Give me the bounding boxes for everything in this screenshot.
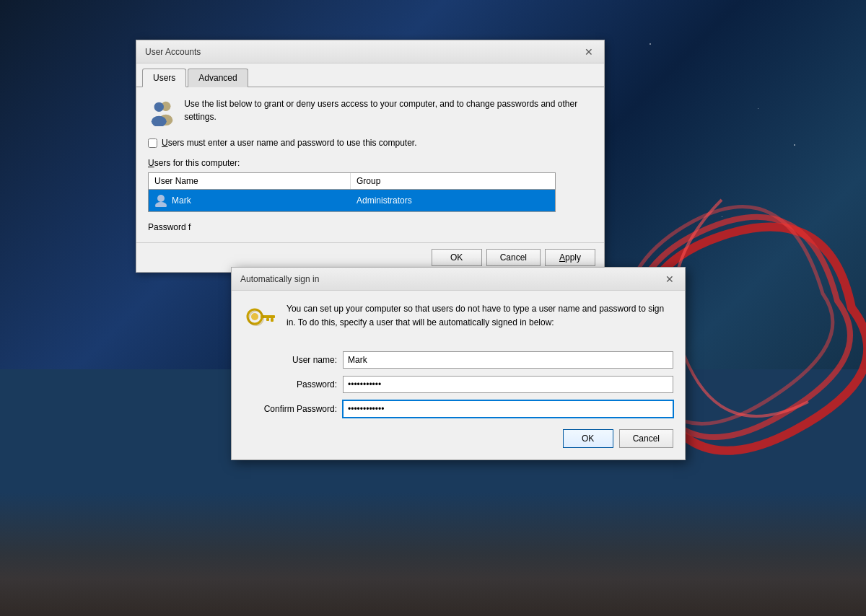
auto-signin-content: You can set up your computer so that use… [232,291,685,459]
password-label-partial: Password f [148,222,191,232]
password-input[interactable] [343,376,673,393]
ok-button-accounts[interactable]: OK [432,249,482,266]
auto-signin-info-row: You can set up your computer so that use… [243,302,673,337]
auto-signin-cancel-button[interactable]: Cancel [619,429,673,448]
auto-signin-ok-button[interactable]: OK [563,429,613,448]
require-password-label: Users must enter a user name and passwor… [162,138,417,148]
auto-signin-dialog: Automatically sign in ✕ You can set up y… [231,267,686,460]
password-section: Password f [148,222,592,232]
username-input[interactable] [343,351,673,369]
user-accounts-title: User Accounts [145,47,201,57]
auto-signin-title: Automatically sign in [240,274,319,284]
user-accounts-close-button[interactable]: ✕ [582,45,595,58]
auto-signin-buttons: OK Cancel [243,429,673,448]
user-row-icon [154,194,167,207]
users-icon [148,97,175,126]
password-form-row: Password: [243,376,673,393]
cell-group: Administrators [351,193,555,208]
require-password-checkbox-row: Users must enter a user name and passwor… [148,138,592,148]
user-accounts-content: Use the list below to grant or deny user… [136,87,604,242]
confirm-password-input[interactable] [343,400,673,418]
password-form-label: Password: [243,379,337,390]
svg-point-4 [157,195,165,202]
table-row[interactable]: Mark Administrators [149,190,555,211]
auto-signin-titlebar: Automatically sign in ✕ [232,268,685,291]
svg-rect-9 [271,318,274,322]
svg-point-2 [154,102,164,112]
tab-users[interactable]: Users [142,69,186,87]
table-header: User Name Group [149,173,555,190]
users-section-label: Users for this computer: [148,158,592,168]
user-accounts-dialog: User Accounts ✕ Users Advanced Use the l… [136,40,605,273]
tab-advanced[interactable]: Advanced [188,69,248,87]
header-group: Group [351,173,555,189]
username-form-row: User name: [243,351,673,369]
star-3 [650,43,651,45]
apply-button-accounts[interactable]: AApplypply [545,249,595,266]
confirm-password-form-row: Confirm Password: [243,400,673,418]
bg-water [0,493,866,616]
cancel-button-accounts[interactable]: Cancel [486,249,541,266]
svg-rect-10 [266,318,269,321]
info-row: Use the list below to grant or deny user… [148,97,592,126]
username-form-label: User name: [243,355,337,365]
header-username: User Name [149,173,351,189]
auto-signin-close-button[interactable]: ✕ [663,273,676,286]
auto-signin-info-text: You can set up your computer so that use… [287,302,673,337]
users-table: User Name Group Mark Administrators [148,172,556,212]
tab-bar: Users Advanced [136,63,604,87]
key-icon [243,302,278,337]
require-password-checkbox[interactable] [148,138,157,148]
svg-point-5 [155,202,167,207]
confirm-password-form-label: Confirm Password: [243,404,337,414]
svg-point-7 [251,313,258,320]
info-text: Use the list below to grant or deny user… [184,97,592,123]
star-4 [758,108,758,109]
user-accounts-titlebar: User Accounts ✕ [136,40,604,63]
cell-username: Mark [149,192,351,209]
